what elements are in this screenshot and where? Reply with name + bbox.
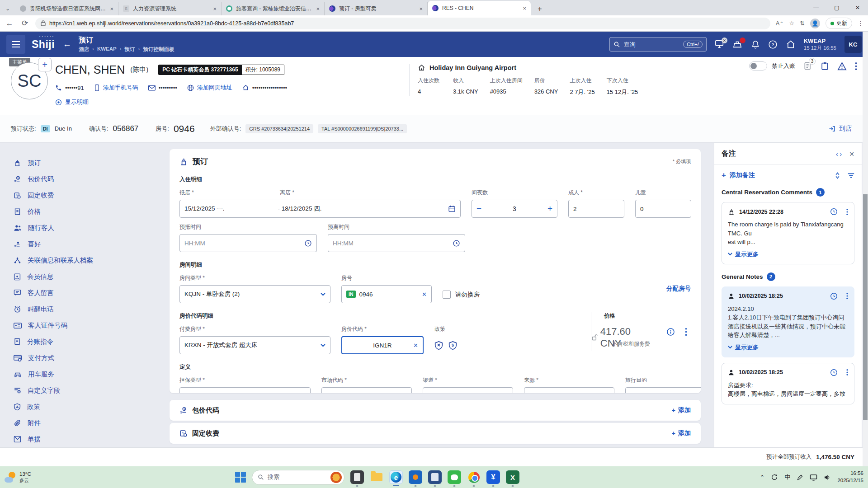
sync-icon[interactable] <box>771 474 778 481</box>
note-card[interactable]: 10/02/2025 18:25 2024.2.10 1.客人2.10日下午致电… <box>722 286 854 357</box>
start-button[interactable] <box>235 472 246 483</box>
note-more-icon[interactable] <box>846 369 848 376</box>
excel-app-icon[interactable]: X <box>506 470 519 484</box>
sidebar-item-membership[interactable]: 会员信息 <box>14 268 168 285</box>
tab-search-chevron-icon[interactable]: ⌄ <box>0 2 15 15</box>
calculator-app-icon[interactable] <box>428 470 442 484</box>
nights-decrement[interactable]: − <box>476 204 481 214</box>
file-explorer-icon[interactable] <box>370 470 383 484</box>
scrollbar-thumb[interactable] <box>863 194 868 420</box>
tab-close-icon[interactable]: × <box>316 5 320 12</box>
taskbar-weather[interactable]: 13°C 多云 <box>5 471 31 483</box>
workstation-icon[interactable]: ✕ <box>715 40 725 49</box>
breadcrumb-item[interactable]: 酒店 <box>79 46 89 53</box>
global-search[interactable]: Ctrl+/ <box>609 37 707 52</box>
sidebar-item-attachments[interactable]: 附件 <box>14 415 168 431</box>
history-clock-icon[interactable] <box>830 369 838 376</box>
breadcrumb-item[interactable]: 预订 <box>125 46 135 53</box>
help-icon[interactable]: ? <box>768 40 778 49</box>
sidebar-item-packages[interactable]: $ 包价代码 <box>14 171 168 187</box>
no-post-toggle[interactable] <box>749 61 767 70</box>
check-in-button[interactable]: 到店 <box>828 125 852 133</box>
tray-chevron-icon[interactable]: ⌃ <box>760 474 765 481</box>
search-input[interactable] <box>624 41 679 48</box>
edge-browser-icon[interactable]: e <box>389 470 403 484</box>
sidebar-item-payment-methods[interactable]: 支付方式 <box>14 350 168 366</box>
cashier-icon[interactable] <box>733 40 743 49</box>
adults-input[interactable]: 2 <box>568 200 624 218</box>
browser-tab-active[interactable]: RES - CHEN × <box>428 1 531 15</box>
price-info-icon[interactable] <box>666 328 675 336</box>
omnibox[interactable]: https://cn1.web.ep.shiji.world/reservati… <box>35 18 770 29</box>
market-select[interactable]: G - Corporate - G <box>321 387 412 393</box>
close-window-button[interactable]: ✕ <box>847 0 868 15</box>
history-clock-icon[interactable] <box>830 292 838 300</box>
add-fixed-charge-button[interactable]: +添加 <box>672 429 691 437</box>
back-icon[interactable]: ← <box>5 19 14 28</box>
refresh-icon[interactable]: ⟳ <box>20 19 30 28</box>
sidebar-item-fixed-charges[interactable]: S 固定收费 <box>14 187 168 203</box>
sidebar-item-guest-documents[interactable]: 客人证件号码 <box>14 317 168 333</box>
external-conf-chip[interactable]: GRS #20733634|20251214 <box>245 124 313 133</box>
sort-icon[interactable] <box>835 172 840 179</box>
maximize-button[interactable]: ▢ <box>826 0 847 15</box>
chrome-browser-icon[interactable] <box>467 470 481 484</box>
sidebar-item-linked-profiles[interactable]: 关联信息和联系人档案 <box>14 252 168 268</box>
ime-language-indicator[interactable]: 中 <box>784 473 790 481</box>
add-package-button[interactable]: +添加 <box>672 406 691 414</box>
sidebar-item-transportation[interactable]: 用车服务 <box>14 366 168 382</box>
bookmark-star-icon[interactable]: ☆ <box>789 20 794 27</box>
new-tab-button[interactable]: + <box>533 3 546 15</box>
breadcrumb-item[interactable]: KWEAP <box>97 46 117 53</box>
warning-icon[interactable] <box>837 62 847 70</box>
sidebar-item-reservation[interactable]: 预订 <box>14 155 168 171</box>
browser-tab-3[interactable]: 旅客查询 - 紫楠旅馆业治安信息管 × <box>222 2 325 15</box>
minimize-button[interactable]: — <box>806 0 826 15</box>
browser-menu-icon[interactable]: ⋮ <box>858 20 863 27</box>
browser-update-button[interactable]: 更新 <box>826 18 852 29</box>
price-more-icon[interactable] <box>685 328 687 336</box>
browser-tab-2[interactable]: S 人力资源管理系统 × <box>118 2 222 15</box>
home-icon[interactable] <box>786 40 796 49</box>
show-more-link[interactable]: 显示更多 <box>728 250 848 258</box>
rewards-icon[interactable] <box>330 472 342 483</box>
rate-code-input[interactable]: IGN1R ✕ <box>341 336 424 354</box>
sidebar-item-wake-up-calls[interactable]: 叫醒电话 <box>14 301 168 317</box>
add-avatar-button[interactable]: + <box>38 58 52 71</box>
notes-doc-icon[interactable]: 3 <box>803 61 812 70</box>
sidebar-item-preferences[interactable]: 喜好 <box>14 236 168 252</box>
room-type-select[interactable]: KQJN - 单卧套房 (2) <box>179 285 330 303</box>
finance-app-icon[interactable]: ¥ <box>486 470 500 484</box>
travel-purpose-select[interactable]: 选择 <box>625 387 701 393</box>
show-details-link[interactable]: 显示明细 <box>55 98 287 106</box>
monitor-tray-icon[interactable] <box>810 474 817 481</box>
add-web-link[interactable]: 添加网页地址 <box>187 84 232 92</box>
clock-icon[interactable] <box>304 239 312 247</box>
user-avatar[interactable]: KC <box>844 36 862 53</box>
page-scrollbar[interactable] <box>863 32 868 466</box>
main-menu-button[interactable] <box>6 35 25 54</box>
sidebar-item-guest-messages[interactable]: 客人留言 <box>14 285 168 301</box>
note-card[interactable]: 14/12/2025 22:28 The room charge is paid… <box>722 202 854 264</box>
browser-profile-avatar[interactable]: 👤 <box>810 19 820 28</box>
nav-back-icon[interactable]: ← <box>63 39 71 49</box>
note-card[interactable]: 10/02/2025 18:25 房型要求: 高楼层，离电梯远，房间温度一定要高… <box>722 363 854 404</box>
calendar-icon[interactable] <box>448 205 456 213</box>
browser-tab-1[interactable]: 贵阳机场智选假日酒店系统网址导 × <box>15 2 118 15</box>
speaker-icon[interactable] <box>824 474 831 481</box>
channel-select[interactable]: IDCDS - DERBY SOFT <box>423 387 513 393</box>
clock-icon[interactable] <box>453 239 460 247</box>
add-note-button[interactable]: 添加备注 <box>730 171 755 179</box>
pen-icon[interactable] <box>797 474 803 481</box>
children-input[interactable]: 0 <box>635 200 691 218</box>
assign-room-link[interactable]: 分配房号 <box>666 285 691 293</box>
taskbar-clock[interactable]: 16:56 2025/12/15 <box>837 470 863 484</box>
sidebar-item-accompanying-guests[interactable]: 随行客人 <box>14 220 168 236</box>
pay-room-type-select[interactable]: KRXN - 开放式套房 超大床 <box>179 336 330 354</box>
show-more-link[interactable]: 显示更多 <box>728 343 848 352</box>
filter-icon[interactable] <box>848 173 854 178</box>
stay-dates-input[interactable]: 15/12/2025 一. - 18/12/2025 四. <box>179 200 461 218</box>
sidebar-item-rates[interactable]: 价格 <box>14 203 168 220</box>
read-aloud-icon[interactable]: A⌃ <box>776 20 784 27</box>
tab-close-icon[interactable]: × <box>419 5 423 12</box>
